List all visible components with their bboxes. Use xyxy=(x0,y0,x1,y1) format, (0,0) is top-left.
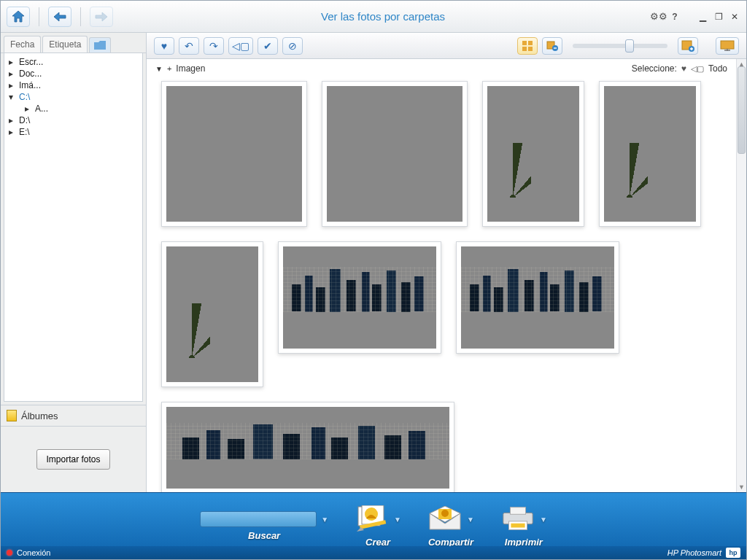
thumbnail[interactable] xyxy=(322,81,468,227)
share-dropdown[interactable]: ▼ xyxy=(467,516,474,524)
thumbnail[interactable] xyxy=(482,81,584,227)
collapse-icon[interactable]: ▼ xyxy=(155,65,163,73)
titlebar: Ver las fotos por carpetas ⚙⚙ ? ▁ ❐ ✕ xyxy=(1,1,746,33)
select-favorites-button[interactable]: ♥ xyxy=(681,63,686,74)
thumbnail[interactable] xyxy=(161,402,454,492)
select-all-button[interactable]: Todo xyxy=(708,63,727,74)
folder-tree[interactable]: ▸Escr...▸Doc...▸Imá...▾C:\▸A...▸D:\▸E:\ xyxy=(4,53,143,402)
search-dropdown[interactable]: ▼ xyxy=(321,516,328,524)
home-button[interactable] xyxy=(7,7,30,27)
tree-node[interactable]: ▸D:\ xyxy=(6,114,141,126)
middle-region: Fecha Etiqueta ▸Escr...▸Doc...▸Imá...▾C:… xyxy=(1,33,746,492)
grid-icon xyxy=(522,41,533,51)
scroll-down-button[interactable]: ▼ xyxy=(737,482,746,492)
print-icon xyxy=(500,505,535,534)
share-group[interactable]: ▼ Compartir xyxy=(427,505,474,548)
svg-rect-17 xyxy=(510,508,525,515)
rotate-left-button[interactable]: ↶ xyxy=(179,37,199,55)
slideshow-button[interactable] xyxy=(716,37,739,55)
separator xyxy=(80,7,81,26)
tree-node[interactable]: ▸E:\ xyxy=(6,126,141,138)
back-button[interactable] xyxy=(48,7,71,27)
import-photos-button[interactable]: Importar fotos xyxy=(36,449,109,470)
chevron-right-icon[interactable]: ▸ xyxy=(25,104,32,114)
tree-node-label: A... xyxy=(35,104,48,114)
tab-folder[interactable] xyxy=(89,37,111,52)
create-group[interactable]: ▼ Crear xyxy=(355,505,401,548)
chevron-right-icon[interactable]: ▸ xyxy=(9,80,16,90)
close-button[interactable]: ✕ xyxy=(729,11,740,23)
tab-date[interactable]: Fecha xyxy=(4,36,41,52)
thumbnail-image xyxy=(166,407,449,489)
select-label: Seleccione: xyxy=(632,63,677,74)
chevron-right-icon[interactable]: ▸ xyxy=(9,57,16,67)
chevron-right-icon[interactable]: ▸ xyxy=(9,127,16,137)
help-button[interactable]: ? xyxy=(669,11,681,23)
settings-button[interactable]: ⚙⚙ xyxy=(653,11,665,23)
thumbnail-size-slider[interactable] xyxy=(573,44,667,48)
prohibit-icon: ⊘ xyxy=(288,40,297,52)
thumbnail[interactable] xyxy=(599,81,701,227)
albums-button[interactable]: Álbumes xyxy=(1,405,146,427)
select-tagged-button[interactable]: ◁▢ xyxy=(691,64,704,74)
folder-icon xyxy=(94,41,106,50)
maximize-button[interactable]: ❐ xyxy=(713,11,724,23)
search-label: Buscar xyxy=(248,530,280,541)
tree-node-label: C:\ xyxy=(19,92,30,102)
tree-node[interactable]: ▸Doc... xyxy=(6,68,141,79)
tree-node-label: D:\ xyxy=(19,115,30,125)
chevron-right-icon[interactable]: ▸ xyxy=(9,69,16,79)
forward-button[interactable] xyxy=(90,7,113,27)
print-group[interactable]: ▼ Imprimir xyxy=(500,505,547,548)
thumbnail[interactable] xyxy=(161,241,263,387)
content-area: ▼ + Imagen Seleccione: ♥ ◁▢ Todo xyxy=(147,59,746,492)
thumbnail-image xyxy=(461,246,614,349)
thumbnail-image xyxy=(327,86,462,222)
thumbnail[interactable] xyxy=(278,241,441,354)
scrollbar-thumb[interactable] xyxy=(738,66,746,154)
create-dropdown[interactable]: ▼ xyxy=(394,516,401,524)
chevron-down-icon[interactable]: ▾ xyxy=(9,92,16,102)
section-header: ▼ + Imagen Seleccione: ♥ ◁▢ Todo xyxy=(147,59,736,78)
connection-status-icon xyxy=(7,550,12,556)
reject-button[interactable]: ⊘ xyxy=(282,37,303,55)
vertical-scrollbar[interactable]: ▲ ▼ xyxy=(736,59,746,492)
chevron-right-icon[interactable]: ▸ xyxy=(9,115,16,125)
grid-view-button[interactable] xyxy=(517,37,538,55)
albums-label: Álbumes xyxy=(21,411,58,421)
svg-rect-2 xyxy=(522,47,527,51)
tree-node[interactable]: ▸Escr... xyxy=(6,56,141,68)
content-scroll[interactable]: ▼ + Imagen Seleccione: ♥ ◁▢ Todo xyxy=(147,59,736,492)
slideshow-icon xyxy=(719,40,735,52)
sidebar: Fecha Etiqueta ▸Escr...▸Doc...▸Imá...▾C:… xyxy=(1,33,147,492)
minimize-button[interactable]: ▁ xyxy=(697,11,708,23)
main-area: ♥ ↶ ↷ ◁▢ ✔ ⊘ xyxy=(147,33,746,492)
print-dropdown[interactable]: ▼ xyxy=(540,516,547,524)
search-input[interactable] xyxy=(200,511,317,527)
toolbar: ♥ ↶ ↷ ◁▢ ✔ ⊘ xyxy=(147,33,746,59)
zoom-in-thumb-button[interactable] xyxy=(678,37,698,55)
approve-button[interactable]: ✔ xyxy=(258,37,278,55)
tree-node[interactable]: ▸Imá... xyxy=(6,79,141,91)
tag-button[interactable]: ◁▢ xyxy=(228,37,253,55)
favorite-button[interactable]: ♥ xyxy=(154,37,174,55)
svg-rect-0 xyxy=(522,41,527,45)
tree-node-label: E:\ xyxy=(19,127,30,137)
tree-node[interactable]: ▾C:\ xyxy=(6,91,141,103)
albums-icon xyxy=(7,410,17,421)
rotate-left-icon: ↶ xyxy=(185,40,193,52)
tab-tag[interactable]: Etiqueta xyxy=(42,36,88,52)
tree-node[interactable]: ▸A... xyxy=(6,103,141,114)
zoom-out-thumb-button[interactable] xyxy=(542,37,562,55)
thumbnail[interactable] xyxy=(456,241,619,354)
slider-knob[interactable] xyxy=(625,39,634,52)
home-icon xyxy=(11,10,26,23)
expand-plus-icon[interactable]: + xyxy=(167,64,171,73)
status-bar: Conexión HP Photosmart hp xyxy=(1,546,746,559)
thumbnail[interactable] xyxy=(161,81,307,227)
svg-rect-1 xyxy=(528,41,533,45)
rotate-right-button[interactable]: ↷ xyxy=(204,37,224,55)
brand-label: HP Photosmart xyxy=(667,548,721,557)
app-window: Ver las fotos por carpetas ⚙⚙ ? ▁ ❐ ✕ Fe… xyxy=(0,0,747,560)
thumbnail-image xyxy=(166,246,258,382)
